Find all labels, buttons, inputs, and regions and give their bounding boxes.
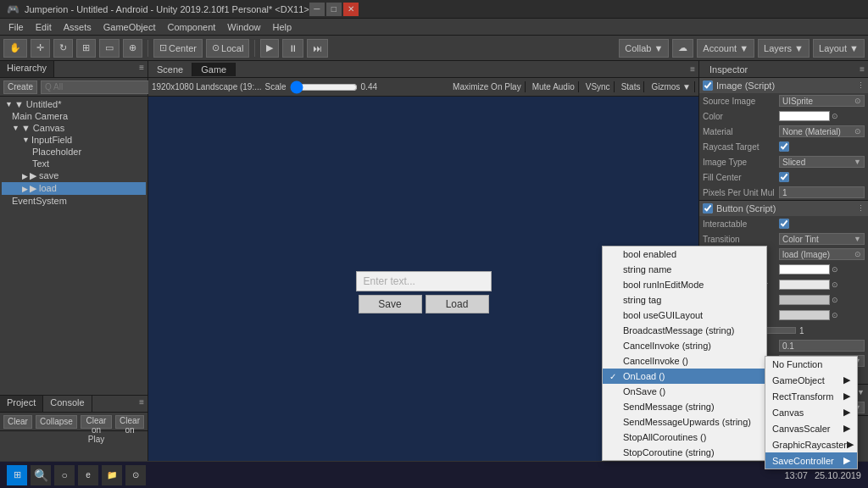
hierarchy-item-load[interactable]: ▶ ▶ load: [2, 182, 146, 195]
dropdown-item-string-tag[interactable]: string tag: [603, 292, 766, 308]
pixels-value[interactable]: 1: [779, 186, 865, 198]
pressed-color-pick-icon[interactable]: ⊙: [832, 296, 838, 304]
pressed-color-swatch[interactable]: [779, 295, 830, 305]
dropdown2-item-gameobject[interactable]: GameObject ▶: [765, 372, 857, 388]
hierarchy-item-text[interactable]: Text: [2, 158, 146, 169]
menu-component[interactable]: Component: [162, 20, 220, 34]
selected-color-swatch[interactable]: [779, 310, 830, 320]
custom-tool[interactable]: ⊕: [123, 39, 142, 58]
project-tab[interactable]: Project: [0, 396, 43, 412]
maximize-button[interactable]: □: [326, 3, 342, 16]
edge-icon[interactable]: e: [78, 465, 98, 485]
rotate-tool[interactable]: ↻: [53, 39, 73, 58]
stats-button[interactable]: Stats: [618, 81, 645, 92]
mute-audio-button[interactable]: Mute Audio: [529, 81, 579, 92]
image-script-options[interactable]: ⋮: [857, 81, 865, 90]
save-controller-dropdown-arrow[interactable]: ▼: [857, 388, 865, 396]
inspector-options-icon[interactable]: ≡: [860, 64, 865, 74]
hierarchy-item-untitled[interactable]: ▼ ▼ Untitled*: [2, 98, 146, 110]
step-button[interactable]: ⏭: [307, 39, 328, 58]
hierarchy-options-icon[interactable]: ≡: [136, 61, 147, 77]
color-swatch[interactable]: [779, 111, 830, 121]
game-load-button[interactable]: Load: [426, 295, 489, 313]
scale-slider[interactable]: [290, 84, 358, 91]
hand-tool[interactable]: ✋: [3, 39, 27, 58]
inspector-tab[interactable]: Inspector: [703, 63, 754, 76]
highlighted-color-swatch[interactable]: [779, 280, 830, 290]
normal-color-swatch[interactable]: [779, 264, 830, 274]
dropdown-item-stopallcoroutines[interactable]: StopAllCoroutines (): [603, 430, 766, 445]
minimize-button[interactable]: ─: [309, 3, 325, 16]
clear-on-play-button[interactable]: Clear on Play: [81, 415, 112, 429]
dropdown2-item-no-function[interactable]: No Function: [765, 357, 857, 372]
image-type-value[interactable]: Sliced ▼: [779, 156, 865, 168]
project-options-icon[interactable]: ≡: [136, 396, 147, 412]
dropdown-item-cancelinvoke[interactable]: CancelInvoke (): [603, 353, 766, 369]
folder-taskbar-icon[interactable]: 📁: [102, 465, 122, 485]
hierarchy-item-eventsystem[interactable]: EventSystem: [2, 195, 146, 207]
menu-assets[interactable]: Assets: [58, 20, 97, 34]
menu-help[interactable]: Help: [267, 20, 297, 34]
layers-button[interactable]: Layers ▼: [758, 39, 810, 58]
dropdown2-item-canvasscaler[interactable]: CanvasScaler ▶: [765, 420, 857, 436]
button-enabled-checkbox[interactable]: [703, 203, 713, 214]
dropdown2-item-canvas[interactable]: Canvas ▶: [765, 404, 857, 420]
selected-color-pick-icon[interactable]: ⊙: [832, 311, 838, 319]
button-script-options[interactable]: ⋮: [857, 204, 865, 213]
game-tab[interactable]: Game: [192, 63, 236, 76]
dropdown-item-stopcoroutine[interactable]: StopCoroutine (string): [603, 445, 766, 460]
cortana-button[interactable]: ○: [54, 465, 75, 485]
collab-button[interactable]: Collab ▼: [619, 39, 669, 58]
material-pick-icon[interactable]: ⊙: [854, 127, 861, 136]
hierarchy-item-canvas[interactable]: ▼ ▼ Canvas: [2, 122, 146, 134]
target-graphic-pick-icon[interactable]: ⊙: [854, 250, 861, 258]
dropdown2-item-savecontroller[interactable]: SaveController ▶: [765, 452, 857, 469]
dropdown-item-string-name[interactable]: string name: [603, 262, 766, 277]
collapse-button[interactable]: Collapse: [36, 415, 77, 429]
menu-window[interactable]: Window: [222, 20, 265, 34]
material-value[interactable]: None (Material) ⊙: [779, 125, 865, 137]
menu-gameobject[interactable]: GameObject: [98, 20, 161, 34]
local-pivot-button[interactable]: ⊙ Local: [206, 39, 249, 58]
image-script-header[interactable]: Image (Script) ⋮: [699, 78, 868, 93]
vsync-button[interactable]: VSync: [582, 81, 615, 92]
gizmos-button[interactable]: Gizmos ▼: [648, 81, 695, 92]
rect-tool[interactable]: ▭: [99, 39, 120, 58]
dropdown-item-sendmessageupwards[interactable]: SendMessageUpwards (string): [603, 414, 766, 430]
menu-edit[interactable]: Edit: [31, 20, 57, 34]
source-image-pick-icon[interactable]: ⊙: [854, 97, 861, 105]
scene-tab[interactable]: Scene: [148, 63, 192, 76]
source-image-value[interactable]: UISprite ⊙: [779, 95, 865, 107]
menu-file[interactable]: File: [3, 20, 29, 34]
close-button[interactable]: ✕: [343, 3, 359, 16]
layout-button[interactable]: Layout ▼: [813, 39, 865, 58]
game-input-field[interactable]: Enter text...: [356, 271, 492, 291]
dropdown2-item-recttransform[interactable]: RectTransform ▶: [765, 388, 857, 404]
color-pick-icon[interactable]: ⊙: [832, 112, 838, 120]
image-enabled-checkbox[interactable]: [703, 80, 713, 91]
target-graphic-value[interactable]: load (Image) ⊙: [779, 248, 865, 260]
center-options-icon[interactable]: ≡: [687, 64, 698, 74]
raycast-checkbox[interactable]: [779, 141, 789, 152]
account-button[interactable]: Account ▼: [697, 39, 754, 58]
hierarchy-item-save[interactable]: ▶ ▶ save: [2, 169, 146, 182]
clear-on-button[interactable]: Clear on: [115, 415, 144, 429]
highlighted-color-pick-icon[interactable]: ⊙: [832, 280, 838, 289]
maximize-on-play-button[interactable]: Maximize On Play: [449, 81, 526, 92]
hierarchy-create-button[interactable]: Create: [3, 80, 37, 94]
move-tool[interactable]: ✛: [31, 39, 50, 58]
fill-center-checkbox[interactable]: [779, 172, 789, 182]
game-save-button[interactable]: Save: [359, 295, 422, 313]
chrome-icon[interactable]: ⊙: [125, 465, 146, 485]
dropdown-item-bool-enabled[interactable]: bool enabled: [603, 247, 766, 262]
dropdown-item-onsave[interactable]: OnSave (): [603, 384, 766, 399]
cloud-button[interactable]: ☁: [672, 39, 693, 58]
dropdown-item-broadcastmessage[interactable]: BroadcastMessage (string): [603, 323, 766, 338]
hierarchy-tab[interactable]: Hierarchy: [0, 61, 54, 77]
dropdown2-item-graphicraycaster[interactable]: GraphicRaycaster ▶: [765, 436, 857, 452]
start-button[interactable]: ⊞: [7, 465, 27, 485]
hierarchy-item-maincamera[interactable]: Main Camera: [2, 110, 146, 122]
dropdown-item-cancelinvoke-string[interactable]: CancelInvoke (string): [603, 338, 766, 353]
button-script-header[interactable]: Button (Script) ⋮: [699, 201, 868, 216]
normal-color-pick-icon[interactable]: ⊙: [832, 265, 838, 274]
